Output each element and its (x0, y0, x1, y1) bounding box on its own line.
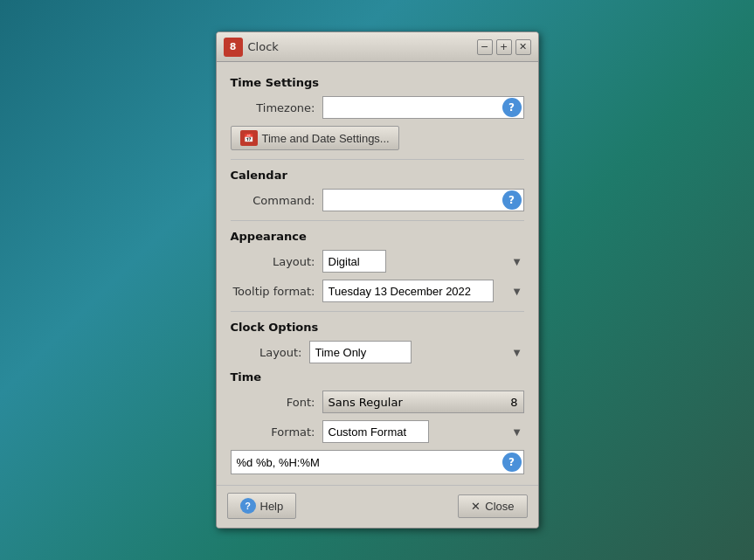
tooltip-format-row: Tooltip format: Tuesday 13 December 2022… (231, 280, 524, 302)
command-input-wrap: ? (322, 189, 524, 211)
appearance-layout-label: Layout: (231, 255, 322, 268)
custom-format-help-button[interactable]: ? (502, 453, 522, 472)
tooltip-format-select-container: Tuesday 13 December 2022 13 December 202… (322, 280, 524, 302)
timezone-help-button[interactable]: ? (502, 98, 522, 117)
titlebar-left: Clock (224, 38, 279, 57)
timezone-label: Timezone: (231, 101, 322, 114)
command-label: Command: (231, 194, 322, 207)
clock-options-section-title: Clock Options (231, 321, 524, 334)
close-button[interactable]: ✕ Close (458, 494, 527, 518)
format-select-container: Custom Format 12 Hour 24 Hour ▼ (322, 420, 524, 443)
command-row: Command: ? (231, 189, 524, 211)
separator-2 (231, 220, 524, 221)
font-size: 8 (510, 396, 517, 409)
titlebar: Clock − + ✕ (217, 32, 538, 62)
appearance-section-title: Appearance (231, 230, 524, 243)
appearance-layout-arrow-icon: ▼ (514, 257, 521, 266)
tooltip-format-select[interactable]: Tuesday 13 December 2022 13 December 202… (322, 280, 494, 302)
time-date-settings-button[interactable]: 📅 Time and Date Settings... (231, 126, 399, 150)
font-label: Font: (231, 396, 322, 409)
minimize-button[interactable]: − (477, 39, 493, 55)
maximize-button[interactable]: + (496, 39, 512, 55)
close-label: Close (485, 500, 514, 513)
clock-layout-arrow-icon: ▼ (514, 348, 521, 357)
tooltip-format-arrow-icon: ▼ (514, 287, 521, 296)
help-button[interactable]: ? Help (227, 493, 297, 519)
timezone-input[interactable] (322, 96, 524, 119)
format-arrow-icon: ▼ (514, 427, 521, 437)
format-row: Format: Custom Format 12 Hour 24 Hour ▼ (231, 420, 524, 443)
timezone-input-wrap: ? (322, 96, 524, 119)
help-icon: ? (240, 498, 256, 514)
help-label: Help (260, 500, 284, 513)
custom-format-wrap: ? (231, 450, 524, 474)
clock-layout-row: Layout: Time Only Date Only Time and Dat… (231, 341, 524, 363)
format-label: Format: (231, 425, 322, 439)
appearance-layout-select-container: Digital Analog Binary ▼ (322, 250, 524, 273)
clock-window: Clock − + ✕ Time Settings Timezone: ? 📅 … (216, 31, 539, 529)
time-settings-section-title: Time Settings (231, 76, 524, 89)
command-input[interactable] (322, 189, 524, 211)
time-subsection-title: Time (231, 370, 524, 384)
clock-layout-label: Layout: (231, 346, 309, 359)
close-icon: ✕ (471, 500, 481, 513)
titlebar-controls: − + ✕ (477, 39, 531, 55)
clock-layout-select[interactable]: Time Only Date Only Time and Date (309, 341, 412, 363)
window-title: Clock (248, 40, 279, 53)
format-select[interactable]: Custom Format 12 Hour 24 Hour (322, 420, 429, 443)
calendar-icon: 📅 (240, 130, 258, 146)
separator-3 (231, 311, 524, 312)
app-icon (224, 38, 243, 57)
font-display-button[interactable]: Sans Regular 8 (322, 391, 524, 413)
font-name: Sans Regular (329, 396, 403, 409)
custom-format-input[interactable] (231, 450, 524, 474)
footer-buttons: ? Help ✕ Close (217, 485, 538, 528)
command-help-button[interactable]: ? (502, 190, 522, 210)
clock-layout-select-container: Time Only Date Only Time and Date ▼ (309, 341, 524, 363)
separator-1 (231, 159, 524, 160)
tooltip-format-label: Tooltip format: (231, 285, 322, 298)
timezone-row: Timezone: ? (231, 96, 524, 119)
dialog-content: Time Settings Timezone: ? 📅 Time and Dat… (217, 62, 538, 485)
calendar-section-title: Calendar (231, 169, 524, 182)
font-row: Font: Sans Regular 8 (231, 391, 524, 413)
close-window-button[interactable]: ✕ (515, 39, 531, 55)
appearance-layout-row: Layout: Digital Analog Binary ▼ (231, 250, 524, 273)
time-date-settings-label: Time and Date Settings... (262, 132, 390, 145)
appearance-layout-select[interactable]: Digital Analog Binary (322, 250, 386, 273)
